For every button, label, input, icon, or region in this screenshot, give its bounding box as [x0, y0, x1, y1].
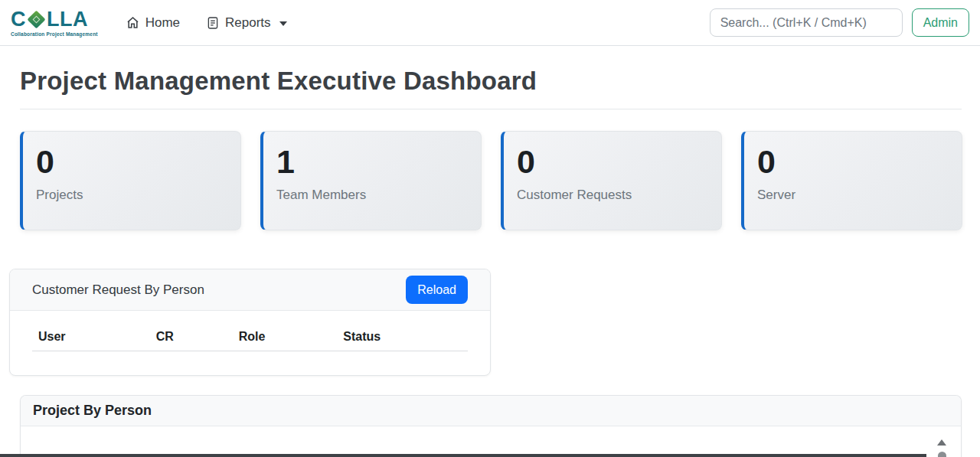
- reports-icon: [206, 16, 220, 30]
- table-header-row: User CR Role Status: [32, 323, 468, 351]
- stat-card-server[interactable]: 0 Server: [741, 131, 962, 230]
- bottom-dark-strip: [0, 454, 926, 457]
- project-panel-header: Project By Person: [21, 396, 961, 426]
- customer-request-table: User CR Role Status: [32, 323, 468, 351]
- logo-letter-c: C: [11, 9, 26, 30]
- project-by-person-panel: Project By Person: [20, 395, 962, 457]
- stat-label: Projects: [36, 188, 228, 203]
- stat-label: Server: [757, 188, 949, 203]
- logo-letters-lla: LLA: [47, 9, 88, 30]
- inner-scrollbar[interactable]: [936, 439, 947, 457]
- stat-value: 0: [517, 145, 709, 179]
- search-input[interactable]: [710, 8, 903, 37]
- customer-request-panel-body: User CR Role Status: [10, 311, 490, 375]
- stat-card-team-members[interactable]: 1 Team Members: [260, 131, 482, 230]
- diamond-logo-icon: [28, 11, 45, 28]
- scrollbar-thumb[interactable]: [938, 452, 946, 457]
- customer-request-panel-header: Customer Request By Person Reload: [10, 269, 490, 311]
- stat-value: 0: [757, 145, 949, 179]
- column-header-role: Role: [233, 323, 338, 351]
- admin-button[interactable]: Admin: [912, 8, 969, 37]
- logo-tagline: Collaboration Project Management: [11, 31, 98, 37]
- nav-reports-label: Reports: [225, 15, 271, 31]
- top-navigation-bar: C LLA Collaboration Project Management H…: [0, 0, 980, 46]
- customer-request-panel: Customer Request By Person Reload User C…: [9, 269, 491, 376]
- nav-home-label: Home: [145, 15, 180, 31]
- scroll-up-icon[interactable]: [937, 439, 946, 446]
- column-header-status: Status: [337, 323, 468, 351]
- customer-request-panel-title: Customer Request By Person: [32, 282, 204, 298]
- stat-card-projects[interactable]: 0 Projects: [20, 131, 241, 230]
- stat-label: Team Members: [276, 188, 469, 203]
- stat-label: Customer Requests: [517, 188, 709, 203]
- app-logo[interactable]: C LLA Collaboration Project Management: [11, 9, 98, 37]
- nav-home-link[interactable]: Home: [126, 15, 180, 31]
- stat-value: 0: [36, 145, 228, 179]
- main-nav: Home Reports: [126, 15, 287, 31]
- page-header: Project Management Executive Dashboard: [20, 67, 962, 109]
- caret-down-icon: [279, 21, 287, 26]
- stat-value: 1: [276, 145, 469, 179]
- column-header-user: User: [32, 323, 150, 351]
- stat-card-customer-requests[interactable]: 0 Customer Requests: [501, 131, 722, 230]
- column-header-cr: CR: [150, 323, 233, 351]
- nav-reports-dropdown[interactable]: Reports: [206, 15, 287, 31]
- home-icon: [126, 15, 140, 30]
- stats-row: 0 Projects 1 Team Members 0 Customer Req…: [20, 131, 962, 230]
- project-panel-title: Project By Person: [33, 403, 152, 419]
- project-panel-body: [21, 426, 961, 457]
- title-divider: [20, 109, 962, 109]
- logo-wordmark: C LLA: [11, 9, 88, 30]
- page-title: Project Management Executive Dashboard: [20, 67, 962, 96]
- reload-button[interactable]: Reload: [406, 276, 468, 304]
